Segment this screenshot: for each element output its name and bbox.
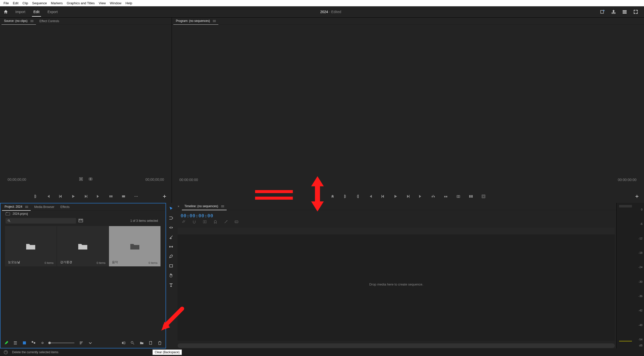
hand-tool[interactable] [168,272,174,278]
menu-window[interactable]: Window [108,1,124,6]
sort-button[interactable] [79,341,84,345]
selection-tool[interactable] [168,205,174,211]
source-fit-icon[interactable] [79,177,83,182]
extract-button[interactable] [443,194,448,199]
rectangle-tool[interactable] [168,263,174,269]
project-panel-menu[interactable] [25,205,28,209]
step-forward-prog-button[interactable] [406,194,411,199]
menu-clip[interactable]: Clip [20,1,30,6]
menu-graphics[interactable]: Graphics and Titles [65,1,97,6]
comparison-button[interactable] [468,194,473,199]
tab-effects[interactable]: Effects [58,204,72,210]
workspaces-button[interactable] [622,9,627,15]
list-view-button[interactable] [13,341,18,345]
tab-effect-controls[interactable]: Effect Controls [37,18,62,24]
sort-direction-button[interactable] [88,341,93,345]
home-button[interactable] [0,9,11,14]
timeline-timecode[interactable]: 00:00:00:00 [181,213,616,218]
lift-button[interactable] [431,194,436,199]
menu-markers[interactable]: Markers [49,1,65,6]
bin-item[interactable]: 강가풍경 0 items [57,226,109,266]
quick-export-button[interactable] [600,9,605,15]
snap-toggle[interactable] [192,220,196,225]
timeline-panel-menu[interactable] [221,205,224,208]
add-transport-prog-button[interactable] [634,194,639,199]
cloud-sync-icon [4,350,8,354]
clear-button[interactable] [157,341,162,345]
slip-tool[interactable] [168,244,174,250]
settings-toggle[interactable] [224,220,228,225]
menu-edit[interactable]: Edit [11,1,20,6]
ws-tab-edit[interactable]: Edit [29,6,44,18]
mark-in-button[interactable] [33,194,38,199]
bin-item[interactable]: 눈오는날 0 items [5,226,57,266]
marker-toggle[interactable] [213,220,217,225]
go-to-out-prog-button[interactable] [418,194,423,199]
add-transport-button[interactable] [162,194,167,199]
find-button[interactable] [130,341,135,345]
mark-in-prog-button[interactable] [343,194,348,199]
project-writable-toggle[interactable] [4,341,9,345]
share-button[interactable] [611,9,616,15]
svg-rect-20 [444,196,446,197]
menu-file[interactable]: File [2,1,11,6]
tab-project[interactable]: Project: 2024 [2,204,31,210]
pen-tool[interactable] [168,253,174,259]
tab-timeline[interactable]: Timeline: (no sequences) [182,203,227,209]
track-select-tool[interactable] [168,215,174,221]
source-monitor: 00;00;00;00 00;00;00;00 [0,25,172,203]
menu-view[interactable]: View [97,1,108,6]
timeline-body[interactable]: Drop media here to create sequence. [178,228,615,341]
linked-selection-toggle[interactable] [203,220,207,225]
play-button[interactable] [71,194,76,199]
project-search-input[interactable] [6,218,76,224]
nest-toggle[interactable] [182,220,186,225]
caption-toggle[interactable]: cc [234,220,238,225]
source-insert-icon[interactable] [89,177,93,182]
audio-meter[interactable]: 0 -6 -12 -18 -24 -30 -36 -42 -48 -54 dB [616,203,644,348]
zoom-slider[interactable] [49,342,74,343]
menu-sequence[interactable]: Sequence [30,1,49,6]
tab-media-browser[interactable]: Media Browser [32,204,57,210]
tab-program[interactable]: Program: (no sequences) [173,18,218,24]
mark-out-prog-button[interactable] [355,194,360,199]
type-tool[interactable] [168,282,174,288]
svg-point-15 [137,196,138,197]
ripple-edit-tool[interactable] [168,225,174,231]
step-back-prog-button[interactable] [380,194,385,199]
timeline-zoom-bar[interactable] [178,343,615,348]
svg-rect-12 [122,195,125,197]
icon-view-button[interactable] [22,341,27,345]
go-to-out-button[interactable] [96,194,101,199]
step-back-button[interactable] [58,194,63,199]
more-transport[interactable] [134,194,139,199]
new-item-button[interactable] [148,341,153,345]
storyboard-toggle[interactable] [78,219,84,223]
bin-item-selected[interactable]: 음악 0 items [109,226,160,266]
ws-tab-export[interactable]: Export [44,6,62,18]
tab-source[interactable]: Source: (no clips) [2,18,36,24]
ws-tab-import[interactable]: Import [11,6,29,18]
go-to-in-prog-button[interactable] [368,194,373,199]
play-prog-button[interactable] [393,194,398,199]
freeform-view-button[interactable] [31,341,36,345]
new-bin-button[interactable] [139,341,144,345]
automate-to-sequence-button[interactable] [121,341,126,345]
bin-name: 음악 [112,260,118,264]
insert-button[interactable] [108,194,113,199]
export-frame-button[interactable] [456,194,461,199]
timeline-ruler[interactable] [178,228,615,234]
razor-tool[interactable] [168,234,174,240]
menu-help[interactable]: Help [124,1,134,6]
overwrite-button[interactable] [121,194,126,199]
add-marker-button[interactable] [330,194,335,199]
step-forward-button[interactable] [83,194,88,199]
fullscreen-button[interactable] [633,9,638,15]
safe-margins-button[interactable] [481,194,486,199]
program-panel-menu[interactable] [213,19,216,23]
svg-rect-31 [79,219,83,222]
timeline-close-button[interactable]: × [178,205,181,208]
source-panel-menu[interactable] [30,19,33,23]
go-to-in-button[interactable] [46,194,51,199]
bin-count: 0 items [45,261,53,264]
